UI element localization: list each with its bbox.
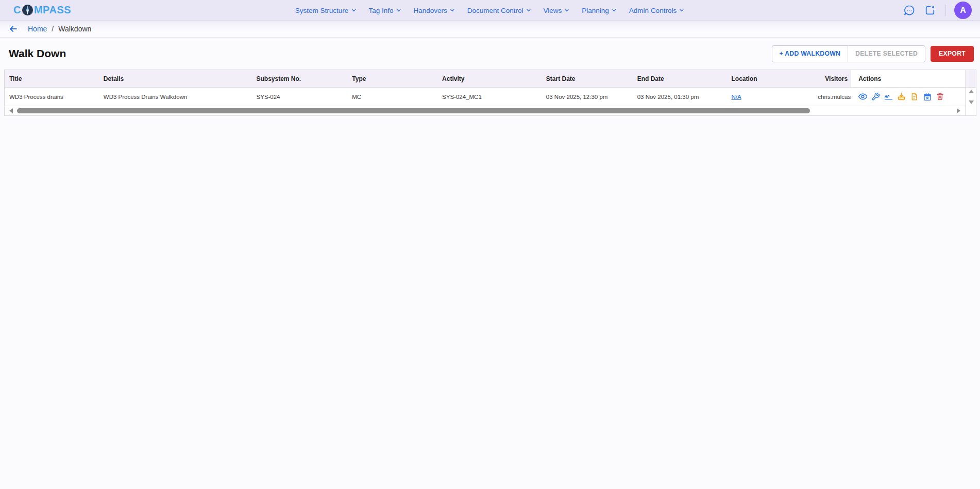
cell-visitors: chris.mulcas (820, 94, 851, 100)
calendar-x-icon (923, 92, 932, 102)
scroll-down-arrow[interactable] (969, 100, 974, 104)
breadcrumb-current: Walkdown (58, 25, 91, 33)
vertical-scroll-track (966, 88, 976, 106)
wrench-icon (871, 92, 880, 101)
chat-button[interactable] (902, 3, 917, 18)
breadcrumb-separator: / (52, 25, 54, 33)
back-button[interactable] (8, 24, 19, 34)
arrow-left-icon (8, 24, 19, 34)
table-header-row: Title Details Subsystem No. Type Activit… (5, 70, 966, 88)
nav-views[interactable]: Views (544, 7, 570, 14)
chevron-down-icon (449, 7, 455, 13)
chevron-down-icon (395, 7, 401, 13)
eye-icon (858, 92, 868, 102)
walkdown-table: Title Details Subsystem No. Type Activit… (4, 70, 976, 116)
updates-button[interactable] (923, 3, 937, 18)
nav-label: Document Control (467, 7, 523, 14)
view-button[interactable] (858, 92, 868, 102)
chevron-down-icon (350, 7, 357, 13)
signature-icon (884, 92, 893, 102)
compass-logo[interactable]: C MPASS (13, 4, 71, 16)
nav-handovers[interactable]: Handovers (413, 7, 455, 14)
cell-location: N/A (726, 94, 820, 100)
table-grid: Title Details Subsystem No. Type Activit… (5, 70, 966, 115)
chevron-down-icon (611, 7, 617, 13)
avatar-initial: A (960, 6, 966, 15)
chevron-down-icon (679, 7, 685, 13)
top-bar: C MPASS System Structure Tag Info Handov… (0, 0, 980, 21)
vertical-scrollbar (966, 70, 976, 115)
delete-button[interactable] (935, 92, 945, 102)
nav-label: Handovers (413, 7, 447, 14)
add-walkdown-button[interactable]: + ADD WALKDOWN (772, 46, 849, 62)
compass-icon (22, 4, 33, 16)
cell-subsystem-no: SYS-024 (251, 94, 347, 100)
nav-label: Admin Controls (629, 7, 677, 14)
col-header-title[interactable]: Title (5, 75, 99, 82)
nav-system-structure[interactable]: System Structure (295, 7, 357, 14)
nav-document-control[interactable]: Document Control (467, 7, 532, 14)
col-header-location[interactable]: Location (726, 75, 820, 82)
download-button[interactable] (897, 92, 906, 102)
nav-label: Tag Info (368, 7, 393, 14)
delete-selected-button[interactable]: DELETE SELECTED (848, 46, 925, 62)
cell-end-date: 03 Nov 2025, 01:30 pm (633, 94, 727, 100)
visitor-name: chris.mulcas (818, 94, 851, 100)
report-button[interactable] (909, 92, 919, 102)
page-title: Walk Down (9, 47, 66, 60)
cell-actions (851, 92, 966, 102)
trash-icon (936, 92, 944, 101)
col-header-visitors[interactable]: Visitors (820, 75, 851, 82)
signature-button[interactable] (884, 92, 893, 102)
breadcrumb: Home / Walkdown (0, 21, 980, 38)
scroll-left-arrow[interactable] (9, 108, 13, 113)
user-avatar[interactable]: A (954, 2, 972, 19)
topbar-right: A (902, 2, 972, 19)
scroll-up-arrow[interactable] (969, 90, 974, 93)
col-header-start-date[interactable]: Start Date (542, 75, 633, 82)
cell-activity: SYS-024_MC1 (437, 94, 542, 100)
logo-text-prefix: C (13, 4, 21, 16)
document-icon (910, 92, 919, 101)
col-header-type[interactable]: Type (347, 75, 437, 82)
col-header-activity[interactable]: Activity (437, 75, 542, 82)
cell-start-date: 03 Nov 2025, 12:30 pm (542, 94, 633, 100)
cell-details: WD3 Process Drains Walkdown (99, 94, 252, 100)
main-nav: System Structure Tag Info Handovers Docu… (295, 0, 685, 21)
col-header-actions: Actions (851, 70, 966, 87)
horizontal-scrollbar (5, 106, 966, 115)
page-header: Walk Down + ADD WALKDOWN DELETE SELECTED… (0, 38, 980, 70)
col-header-end-date[interactable]: End Date (633, 75, 727, 82)
table-row: WD3 Process drains WD3 Process Drains Wa… (5, 88, 966, 106)
nav-admin-controls[interactable]: Admin Controls (629, 7, 685, 14)
nav-label: Views (544, 7, 562, 14)
col-header-details[interactable]: Details (99, 75, 252, 82)
cell-type: MC (347, 94, 437, 100)
edit-button[interactable] (871, 92, 881, 102)
nav-label: System Structure (295, 7, 349, 14)
chevron-down-icon (564, 7, 570, 13)
board-dot-icon (924, 5, 936, 16)
nav-label: Planning (582, 7, 609, 14)
col-header-subsystem-no[interactable]: Subsystem No. (251, 75, 347, 82)
cancel-schedule-button[interactable] (922, 92, 932, 102)
scroll-right-arrow[interactable] (957, 108, 960, 113)
location-link[interactable]: N/A (731, 94, 741, 100)
chat-icon (903, 4, 916, 16)
nav-planning[interactable]: Planning (582, 7, 617, 14)
cell-title: WD3 Process drains (5, 94, 99, 100)
download-icon (897, 92, 906, 102)
toolbar-button-group: + ADD WALKDOWN DELETE SELECTED (772, 45, 926, 62)
horizontal-scroll-thumb[interactable] (17, 108, 810, 113)
toolbar: + ADD WALKDOWN DELETE SELECTED EXPORT (772, 45, 974, 62)
breadcrumb-home-link[interactable]: Home (28, 25, 47, 33)
chevron-down-icon (526, 7, 532, 13)
nav-tag-info[interactable]: Tag Info (368, 7, 401, 14)
export-button[interactable]: EXPORT (931, 46, 974, 62)
divider (945, 5, 946, 16)
vertical-scrollbar-header-spacer (966, 70, 976, 88)
logo-text-suffix: MPASS (34, 4, 71, 16)
